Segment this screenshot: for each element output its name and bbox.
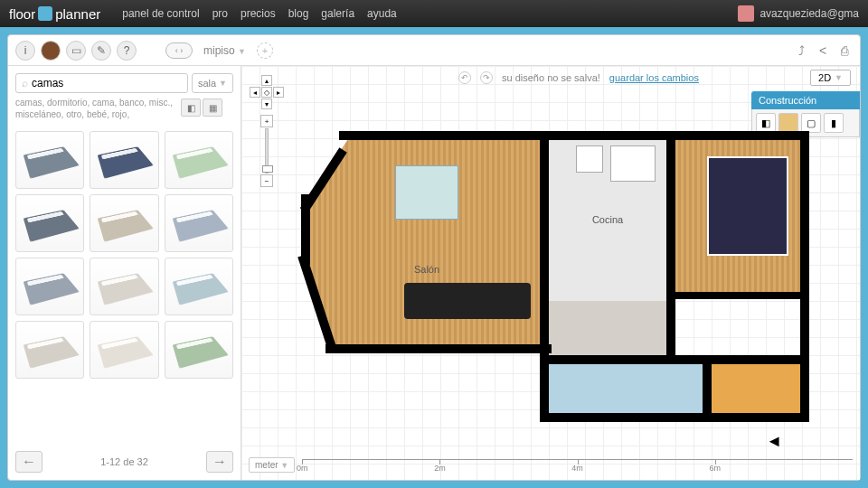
furniture-item[interactable] <box>90 258 158 315</box>
wall[interactable] <box>326 344 552 353</box>
logo[interactable]: floor planner <box>9 6 100 22</box>
export-icon[interactable]: ⤴ <box>793 42 809 59</box>
pan-center[interactable]: ◇ <box>261 87 272 98</box>
photos-icon[interactable]: ▭ <box>66 41 86 61</box>
pan-left[interactable]: ◂ <box>250 87 260 98</box>
unsaved-warning: su diseño no se salva! <box>502 72 600 83</box>
furniture-item[interactable] <box>90 194 158 252</box>
wall[interactable] <box>540 131 549 420</box>
pagination: ← 1-12 de 32 → <box>15 444 233 473</box>
pan-down[interactable]: ▾ <box>261 99 272 109</box>
share-icon[interactable]: < <box>815 42 831 59</box>
furniture-item[interactable] <box>90 321 158 379</box>
prev-page[interactable]: ← <box>15 451 42 473</box>
next-page[interactable]: → <box>206 451 233 473</box>
furniture-icon[interactable] <box>41 41 61 61</box>
logo-icon <box>38 6 52 21</box>
palette-header: Construcción <box>751 91 860 109</box>
furniture-item[interactable] <box>165 258 233 315</box>
zoom-out[interactable]: − <box>260 174 273 187</box>
tick-label: 2m <box>434 464 446 473</box>
furn-table[interactable] <box>395 165 458 220</box>
room-hall[interactable] <box>549 301 666 355</box>
info-icon[interactable]: i <box>15 41 35 61</box>
room-label: Cocina <box>592 214 623 225</box>
view-mode-toggle[interactable]: 2D▼ <box>810 70 851 86</box>
help-icon[interactable]: ? <box>117 41 137 61</box>
view-3d-icon[interactable]: ◧ <box>181 99 201 117</box>
pan-right[interactable]: ▸ <box>273 87 284 98</box>
zoom-slider[interactable] <box>265 128 269 174</box>
tick-label: 6m <box>710 464 722 473</box>
search-tags: camas, dormitorio, cama, banco, misc., m… <box>15 97 188 120</box>
furniture-item[interactable] <box>165 321 233 379</box>
nav-precios[interactable]: precios <box>241 7 276 20</box>
furniture-grid <box>15 131 233 379</box>
tick-label: 0m <box>297 464 308 473</box>
wall[interactable] <box>339 131 809 140</box>
chevron-down-icon: ▼ <box>219 79 227 88</box>
view-2d-icon[interactable]: ▦ <box>203 99 222 117</box>
logo-text-2: planner <box>55 6 100 22</box>
top-navbar: floor planner panel de control pro preci… <box>0 0 868 27</box>
user-email: avazquezieda@gma <box>760 7 859 20</box>
nav-pro[interactable]: pro <box>212 7 228 20</box>
redo-icon[interactable]: ↷ <box>480 71 493 84</box>
search-input-wrap[interactable]: ⌕ <box>15 73 188 93</box>
pan-zoom-pad: ▴ ◂◇▸ ▾ + − <box>249 75 285 187</box>
chevron-down-icon: ▼ <box>238 47 246 56</box>
unit-selector[interactable]: meter ▼ <box>249 457 295 473</box>
furniture-item[interactable] <box>15 194 84 252</box>
furniture-item[interactable] <box>165 194 233 252</box>
search-input[interactable] <box>32 77 182 89</box>
furniture-item[interactable] <box>15 258 84 315</box>
zoom-in[interactable]: + <box>260 115 273 127</box>
room-bath[interactable] <box>549 364 703 418</box>
add-project[interactable]: + <box>257 42 273 59</box>
furn-sofa[interactable] <box>404 283 531 319</box>
wall[interactable] <box>666 131 675 361</box>
project-name: mipiso <box>203 44 235 57</box>
save-link[interactable]: guardar los cambios <box>609 72 699 83</box>
room-filter[interactable]: sala▼ <box>192 73 233 93</box>
nav-panel[interactable]: panel de control <box>122 7 199 20</box>
nav-arrows[interactable]: ‹ › <box>165 42 193 59</box>
furniture-item[interactable] <box>165 131 233 189</box>
tool-door[interactable]: ▮ <box>824 113 844 133</box>
nav-galeria[interactable]: galería <box>321 7 354 20</box>
main-nav: panel de control pro precios blog galerí… <box>122 7 397 20</box>
toolbar: i ▭ ✎ ? ‹ › mipiso ▼ + ⤴ < ⎙ <box>8 35 860 66</box>
print-icon[interactable]: ⎙ <box>836 42 853 59</box>
floorplan[interactable]: Salón Cocina Dormitorio <box>296 129 811 418</box>
tick-label: 4m <box>571 464 583 473</box>
furniture-item[interactable] <box>15 131 84 189</box>
logo-text-1: floor <box>9 6 35 22</box>
wall[interactable] <box>672 292 807 299</box>
view-mode-label: 2D <box>818 72 831 83</box>
furn-stove[interactable] <box>610 145 656 182</box>
room-storage[interactable] <box>712 364 802 418</box>
chevron-down-icon: ▼ <box>280 461 288 470</box>
furn-bed[interactable] <box>707 156 788 256</box>
room-label: Salón <box>414 264 439 275</box>
canvas[interactable]: ▴ ◂◇▸ ▾ + − ↶ ↷ su diseño no se salva! g… <box>241 66 860 480</box>
pan-up[interactable]: ▴ <box>261 75 272 86</box>
furniture-item[interactable] <box>15 321 84 379</box>
project-selector[interactable]: mipiso ▼ <box>203 44 246 57</box>
wall[interactable] <box>540 413 809 422</box>
scale-bar: 0m 2m 4m 6m <box>302 459 853 472</box>
room-filter-label: sala <box>198 78 216 89</box>
avatar <box>738 5 754 22</box>
wall[interactable] <box>800 131 809 420</box>
chevron-down-icon: ▼ <box>835 73 843 82</box>
zoom-handle[interactable] <box>262 165 273 173</box>
undo-icon[interactable]: ↶ <box>458 71 471 84</box>
globe-icon[interactable]: ✎ <box>91 41 111 61</box>
furniture-item[interactable] <box>90 131 158 189</box>
wall[interactable] <box>703 361 712 418</box>
user-menu[interactable]: avazquezieda@gma <box>738 5 859 22</box>
nav-blog[interactable]: blog <box>288 7 309 20</box>
nav-ayuda[interactable]: ayuda <box>367 7 397 20</box>
unit-label: meter <box>255 460 278 470</box>
furn-sink[interactable] <box>576 145 603 173</box>
